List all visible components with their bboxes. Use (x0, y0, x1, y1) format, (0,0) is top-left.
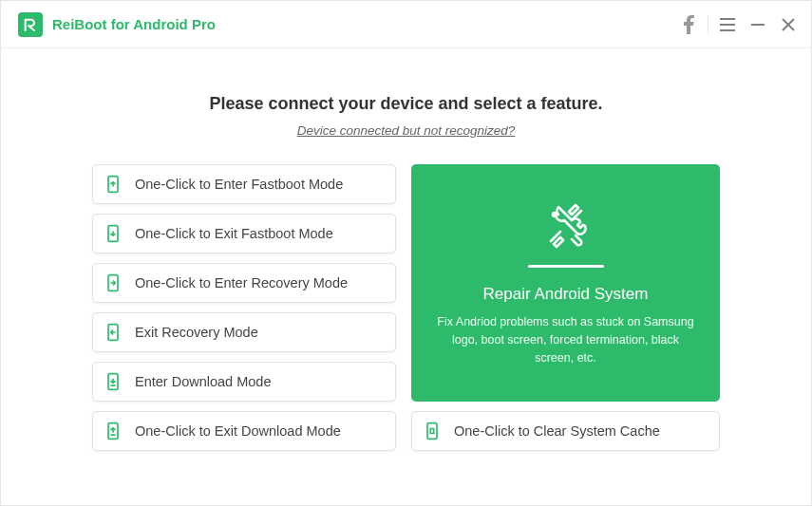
repair-system-card[interactable]: Repair Android System Fix Andriod proble… (411, 164, 720, 402)
phone-arrow-up-icon (103, 174, 123, 195)
titlebar: ReiBoot for Android Pro (1, 1, 811, 48)
menu-icon[interactable] (712, 9, 743, 40)
svg-rect-13 (427, 423, 437, 440)
right-column: Repair Android System Fix Andriod proble… (411, 164, 720, 451)
close-button[interactable] (773, 9, 803, 40)
repair-card-description: Fix Andriod problems such as stuck on Sa… (430, 313, 701, 366)
app-window: ReiBoot for Android Pro Please connect y… (0, 0, 812, 506)
facebook-icon[interactable] (673, 9, 704, 40)
action-label: One-Click to Exit Download Mode (135, 423, 341, 439)
enter-fastboot-button[interactable]: One-Click to Enter Fastboot Mode (92, 164, 396, 204)
enter-download-button[interactable]: Enter Download Mode (92, 362, 396, 402)
main-content: Please connect your device and select a … (1, 48, 811, 505)
exit-fastboot-button[interactable]: One-Click to Exit Fastboot Mode (92, 214, 396, 253)
app-logo-icon (18, 12, 43, 37)
exit-recovery-button[interactable]: Exit Recovery Mode (92, 312, 396, 352)
svg-rect-2 (720, 29, 735, 31)
phone-arrow-left-icon (103, 322, 123, 343)
feature-grid: One-Click to Enter Fastboot Mode One-Cli… (92, 164, 720, 451)
svg-rect-3 (751, 24, 765, 26)
enter-recovery-button[interactable]: One-Click to Enter Recovery Mode (92, 263, 396, 303)
clear-cache-button[interactable]: One-Click to Clear System Cache (411, 411, 720, 451)
phone-download-icon (103, 371, 123, 392)
svg-rect-0 (720, 18, 735, 20)
left-column: One-Click to Enter Fastboot Mode One-Cli… (92, 164, 396, 451)
app-title: ReiBoot for Android Pro (52, 16, 216, 32)
help-link[interactable]: Device connected but not recognized? (92, 123, 720, 138)
phone-trash-icon (422, 421, 443, 441)
svg-point-12 (553, 213, 557, 216)
titlebar-divider (708, 15, 708, 34)
phone-upload-icon (103, 421, 123, 441)
page-heading: Please connect your device and select a … (92, 94, 720, 114)
tools-icon (543, 202, 589, 250)
phone-arrow-right-icon (103, 272, 123, 293)
exit-download-button[interactable]: One-Click to Exit Download Mode (92, 411, 396, 451)
action-label: One-Click to Clear System Cache (454, 423, 660, 439)
svg-rect-1 (720, 24, 735, 26)
phone-arrow-down-icon (103, 223, 123, 244)
action-label: One-Click to Enter Fastboot Mode (135, 177, 343, 192)
action-label: Exit Recovery Mode (135, 325, 258, 340)
minimize-button[interactable] (743, 9, 773, 40)
action-label: One-Click to Exit Fastboot Mode (135, 226, 333, 241)
action-label: One-Click to Enter Recovery Mode (135, 275, 348, 290)
card-divider (528, 265, 604, 268)
repair-card-title: Repair Android System (483, 285, 649, 304)
action-label: Enter Download Mode (135, 374, 271, 389)
